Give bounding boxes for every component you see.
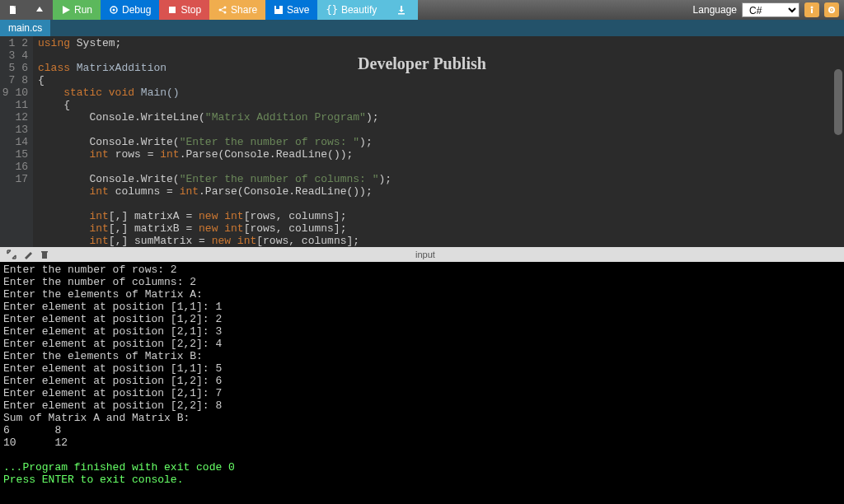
save-label: Save	[287, 4, 309, 16]
edit-icon[interactable]	[23, 250, 33, 259]
stop-icon	[167, 5, 177, 15]
console-output[interactable]: Enter the number of rows: 2 Enter the nu…	[0, 262, 844, 504]
language-label: Language	[693, 4, 737, 16]
share-icon	[218, 5, 227, 15]
share-label: Share	[231, 4, 257, 16]
debug-label: Debug	[122, 4, 151, 16]
play-icon	[61, 5, 71, 15]
language-select[interactable]: C#	[742, 2, 799, 17]
svg-rect-22	[41, 251, 48, 253]
new-file-button[interactable]	[0, 0, 26, 20]
folder-up-icon	[35, 5, 45, 15]
bug-icon	[109, 5, 119, 15]
code-area[interactable]: using System; class MatrixAddition { sta…	[33, 36, 844, 247]
svg-marker-15	[399, 10, 404, 12]
svg-rect-21	[42, 252, 47, 259]
settings-button[interactable]	[824, 2, 839, 17]
info-button[interactable]	[804, 2, 819, 17]
tab-bar: main.cs	[0, 20, 844, 36]
save-button[interactable]: Save	[265, 0, 317, 20]
toolbar: Run Debug Stop Share Save {} Beautify La…	[0, 0, 844, 20]
stop-button[interactable]: Stop	[159, 0, 209, 20]
info-icon	[807, 5, 817, 15]
run-label: Run	[74, 4, 92, 16]
debug-button[interactable]: Debug	[101, 0, 159, 20]
braces-icon: {}	[326, 4, 337, 16]
io-label: input	[56, 250, 795, 259]
save-icon	[274, 5, 284, 15]
svg-line-11	[220, 10, 225, 12]
editor-scrollbar[interactable]	[834, 69, 842, 135]
svg-point-5	[113, 9, 115, 12]
svg-marker-3	[63, 6, 70, 14]
svg-point-20	[831, 9, 832, 11]
tab-main-cs[interactable]: main.cs	[0, 20, 50, 36]
trash-icon[interactable]	[40, 250, 49, 259]
open-folder-button[interactable]	[26, 0, 53, 20]
svg-rect-18	[811, 9, 813, 13]
beautify-label: Beautify	[341, 4, 377, 16]
share-button[interactable]: Share	[209, 0, 265, 20]
expand-icon[interactable]	[7, 250, 16, 259]
line-gutter: 1 2 3 4 5 6 7 8 9 10 11 12 13 14 15 16 1…	[0, 36, 33, 247]
download-button[interactable]	[385, 0, 418, 20]
io-bar: input	[0, 247, 844, 262]
svg-line-10	[220, 7, 225, 10]
svg-rect-16	[398, 13, 405, 15]
file-icon	[8, 5, 18, 15]
download-icon	[396, 5, 406, 15]
stop-label: Stop	[181, 4, 201, 16]
svg-rect-13	[276, 6, 279, 9]
run-button[interactable]: Run	[53, 0, 101, 20]
gear-icon	[827, 5, 837, 15]
console-text: Enter the number of rows: 2 Enter the nu…	[3, 264, 222, 449]
code-editor[interactable]: Developer Publish 1 2 3 4 5 6 7 8 9 10 1…	[0, 36, 844, 247]
beautify-button[interactable]: {} Beautify	[317, 0, 385, 20]
svg-rect-6	[169, 7, 176, 13]
svg-point-17	[811, 7, 814, 9]
svg-marker-2	[36, 7, 43, 12]
console-exit: ...Program finished with exit code 0 Pre…	[3, 461, 235, 486]
